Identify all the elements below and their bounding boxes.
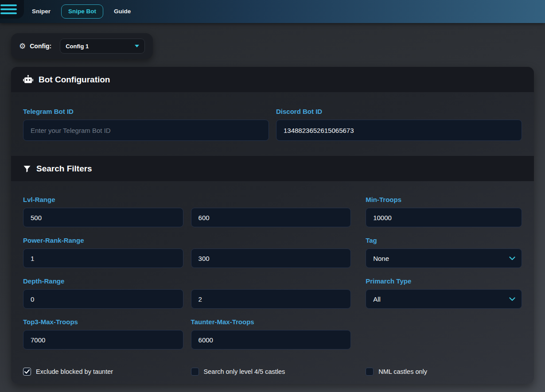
primarch-type-select[interactable]: All — [366, 289, 522, 309]
bot-configuration-title: Bot Configuration — [39, 75, 110, 85]
checkbox-exclude-blocked-by-taunter[interactable]: Exclude blocked by taunter — [23, 368, 183, 376]
primarch-type-select-value: All — [373, 295, 381, 303]
power-rank-min-input[interactable] — [23, 248, 183, 268]
discord-bot-id-input[interactable] — [276, 120, 522, 141]
discord-bot-id-label: Discord Bot ID — [276, 108, 522, 115]
hamburger-bar — [0, 4, 17, 6]
top-nav: Sniper Snipe Bot Guide — [0, 0, 545, 23]
hamburger-menu-icon[interactable] — [0, 0, 24, 19]
checkbox-icon — [23, 368, 31, 376]
nav-tabs: Sniper Snipe Bot Guide — [25, 4, 138, 19]
checkbox-search-only-level-45-castles[interactable]: Search only level 4/5 castles — [191, 368, 351, 376]
filter-row: Top3-Max-Troops Taunter-Max-Troops — [23, 318, 522, 349]
checkbox-icon — [366, 368, 374, 376]
min-troops-input[interactable] — [366, 208, 522, 227]
config-bar: ⚙ Config: Config 1 — [11, 33, 153, 59]
main-card: Bot Configuration Telegram Bot ID Discor… — [11, 67, 534, 384]
robot-icon — [23, 75, 33, 84]
checkbox-label: Exclude blocked by taunter — [36, 368, 113, 375]
hamburger-bar — [0, 12, 17, 14]
power-rank-range-group: Power-Rank-Range — [23, 237, 351, 268]
filter-row: Power-Rank-Range Tag None — [23, 237, 522, 268]
power-rank-max-input[interactable] — [191, 248, 351, 268]
config-label: Config: — [30, 43, 51, 50]
lvl-range-min-input[interactable] — [23, 208, 183, 227]
tag-group: Tag None — [366, 237, 522, 268]
checkbox-icon — [191, 368, 199, 376]
filter-row: Depth-Range Primarch Type All — [23, 277, 522, 309]
bot-configuration-header: Bot Configuration — [11, 67, 534, 92]
gear-icon: ⚙ — [19, 43, 26, 50]
tab-guide[interactable]: Guide — [107, 4, 138, 19]
checkbox-nml-castles-only[interactable]: NML castles only — [366, 368, 522, 376]
config-select[interactable]: Config 1 — [60, 39, 145, 54]
checkbox-label: Search only level 4/5 castles — [204, 368, 285, 375]
top3-max-troops-label: Top3-Max-Troops — [23, 318, 183, 326]
search-filters-title: Search Filters — [36, 164, 92, 174]
depth-range-max-input[interactable] — [191, 289, 351, 309]
filter-funnel-icon — [23, 165, 31, 173]
bot-configuration-body: Telegram Bot ID Discord Bot ID — [11, 92, 534, 156]
hamburger-bar — [0, 8, 17, 10]
top3-max-troops-input[interactable] — [23, 330, 183, 349]
top3-max-troops-group: Top3-Max-Troops — [23, 318, 183, 349]
primarch-type-label: Primarch Type — [366, 277, 522, 285]
min-troops-group: Min-Troops — [366, 196, 522, 227]
telegram-bot-id-label: Telegram Bot ID — [23, 108, 269, 115]
tab-snipe-bot[interactable]: Snipe Bot — [61, 4, 103, 19]
chevron-down-icon — [509, 297, 515, 301]
discord-bot-id-group: Discord Bot ID — [276, 108, 522, 141]
taunter-max-troops-input[interactable] — [191, 330, 351, 349]
depth-range-label: Depth-Range — [23, 277, 351, 285]
tab-sniper[interactable]: Sniper — [25, 4, 58, 19]
tag-label: Tag — [366, 237, 522, 244]
tag-select[interactable]: None — [366, 248, 522, 268]
taunter-max-troops-label: Taunter-Max-Troops — [191, 318, 351, 326]
min-troops-label: Min-Troops — [366, 196, 522, 203]
telegram-bot-id-input[interactable] — [23, 120, 269, 141]
depth-range-group: Depth-Range — [23, 277, 351, 309]
chevron-down-icon — [509, 256, 515, 260]
lvl-range-label: Lvl-Range — [23, 196, 351, 203]
primarch-type-group: Primarch Type All — [366, 277, 522, 309]
chevron-down-icon — [135, 45, 139, 47]
lvl-range-max-input[interactable] — [191, 208, 351, 227]
depth-range-min-input[interactable] — [23, 289, 183, 309]
config-select-value: Config 1 — [66, 43, 89, 50]
telegram-bot-id-group: Telegram Bot ID — [23, 108, 269, 141]
power-rank-range-label: Power-Rank-Range — [23, 237, 351, 244]
tag-select-value: None — [373, 255, 389, 262]
checkbox-label: NML castles only — [378, 368, 427, 375]
search-filters-body: Lvl-Range Min-Troops Power-Rank-Range — [11, 181, 534, 376]
taunter-max-troops-group: Taunter-Max-Troops — [191, 318, 351, 349]
checkbox-row: Exclude blocked by taunter Search only l… — [23, 368, 522, 376]
lvl-range-group: Lvl-Range — [23, 196, 351, 227]
search-filters-header: Search Filters — [11, 156, 534, 181]
filter-row: Lvl-Range Min-Troops — [23, 196, 522, 227]
